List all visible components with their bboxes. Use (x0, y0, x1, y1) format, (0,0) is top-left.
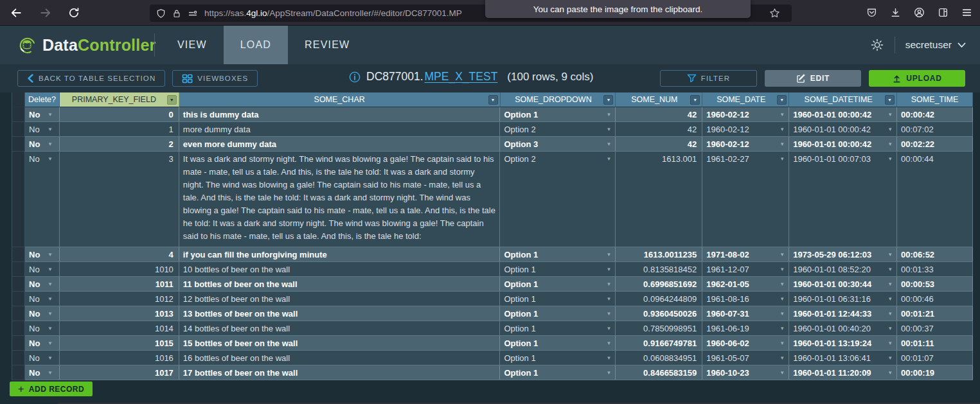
primary-key-cell[interactable]: 1010 (60, 262, 179, 276)
some-date-cell[interactable]: 1960-06-02▼ (702, 336, 789, 350)
dropdown-arrow-icon[interactable]: ▼ (48, 153, 53, 165)
bookmark-star-icon[interactable] (769, 8, 780, 19)
some-num-cell[interactable]: 0.9360450026 (616, 306, 702, 321)
some-time-cell[interactable]: 00:00:19 (897, 365, 973, 380)
dropdown-arrow-icon[interactable]: ▼ (48, 337, 53, 349)
some-dropdown-cell[interactable]: Option 1▼ (500, 247, 616, 261)
info-icon[interactable] (349, 71, 361, 83)
primary-key-cell[interactable]: 1011 (60, 277, 179, 291)
lock-icon[interactable] (172, 8, 181, 19)
dropdown-arrow-icon[interactable]: ▼ (887, 123, 893, 136)
permissions-icon[interactable] (188, 8, 198, 19)
some-char-cell[interactable]: even more dummy data (179, 137, 501, 151)
some-num-cell[interactable]: 0.6996851692 (616, 277, 702, 291)
some-num-cell[interactable]: 42 (616, 107, 702, 121)
delete-cell[interactable]: No▼ (25, 336, 60, 350)
delete-cell[interactable]: No▼ (25, 365, 60, 380)
some-time-cell[interactable]: 00:01:11 (897, 336, 973, 350)
primary-key-cell[interactable]: 1 (60, 122, 179, 136)
tab-view[interactable]: VIEW (161, 26, 224, 64)
dropdown-arrow-icon[interactable]: ▼ (887, 138, 893, 150)
dropdown-arrow-icon[interactable]: ▼ (48, 367, 53, 379)
dropdown-arrow-icon[interactable]: ▼ (887, 109, 893, 121)
column-header-some-datetime[interactable]: SOME_DATETIME▼ (789, 92, 897, 107)
some-dropdown-cell[interactable]: Option 1▼ (500, 351, 616, 365)
column-header-primary-key-field[interactable]: PRIMARY_KEY_FIELD▼ (60, 92, 179, 107)
dropdown-arrow-icon[interactable]: ▼ (780, 153, 785, 165)
some-date-cell[interactable]: 1962-01-05▼ (702, 277, 789, 291)
dropdown-arrow-icon[interactable]: ▼ (780, 138, 785, 150)
some-time-cell[interactable]: 00:00:37 (897, 321, 973, 335)
dropdown-arrow-icon[interactable]: ▼ (48, 278, 53, 290)
primary-key-cell[interactable]: 1013 (60, 306, 179, 321)
some-date-cell[interactable]: 1961-02-27▼ (702, 152, 789, 247)
primary-key-cell[interactable]: 1012 (60, 292, 179, 306)
dropdown-arrow-icon[interactable]: ▼ (48, 263, 53, 276)
some-time-cell[interactable]: 00:07:02 (897, 122, 973, 136)
column-header-some-date[interactable]: SOME_DATE▼ (702, 92, 789, 107)
some-dropdown-cell[interactable]: Option 1▼ (500, 306, 616, 321)
some-dropdown-cell[interactable]: Option 2▼ (500, 122, 616, 136)
delete-cell[interactable]: No▼ (25, 306, 60, 321)
some-datetime-cell[interactable]: 1960-01-01 00:00:42▼ (789, 122, 897, 136)
some-dropdown-cell[interactable]: Option 1▼ (500, 321, 616, 335)
some-datetime-cell[interactable]: 1960-01-01 00:40:20▼ (789, 321, 897, 335)
dropdown-arrow-icon[interactable]: ▼ (780, 278, 785, 290)
account-icon[interactable] (914, 7, 925, 18)
delete-cell[interactable]: No▼ (25, 107, 60, 121)
some-char-cell[interactable]: 11 bottles of beer on the wall (179, 277, 501, 291)
some-time-cell[interactable]: 00:00:44 (897, 152, 973, 247)
some-datetime-cell[interactable]: 1960-01-01 12:44:33▼ (789, 306, 897, 321)
some-num-cell[interactable]: 1613.0011235 (616, 247, 702, 261)
some-char-cell[interactable]: 10 bottles of beer on the wall (179, 262, 501, 276)
some-char-cell[interactable]: 15 bottles of beer on the wall (179, 336, 501, 350)
dropdown-arrow-icon[interactable]: ▼ (780, 293, 785, 305)
some-datetime-cell[interactable]: 1960-01-01 00:00:42▼ (789, 137, 897, 151)
table-name-link[interactable]: MPE_X_TEST (425, 70, 498, 83)
filter-dropdown-icon[interactable]: ▼ (167, 95, 177, 105)
some-time-cell[interactable]: 00:01:33 (897, 262, 973, 276)
some-num-cell[interactable]: 0.7850998951 (616, 321, 702, 335)
some-num-cell[interactable]: 0.9166749781 (616, 336, 702, 350)
dropdown-arrow-icon[interactable]: ▼ (780, 249, 785, 261)
some-char-cell[interactable]: It was a dark and stormy night. The wind… (179, 152, 501, 247)
viewboxes-button[interactable]: VIEWBOXES (172, 70, 258, 87)
tab-load[interactable]: LOAD (224, 26, 288, 64)
some-dropdown-cell[interactable]: Option 2▼ (500, 152, 616, 247)
dropdown-arrow-icon[interactable]: ▼ (887, 249, 893, 261)
dropdown-arrow-icon[interactable]: ▼ (887, 337, 893, 349)
some-time-cell[interactable]: 00:00:46 (897, 292, 973, 306)
some-date-cell[interactable]: 1960-07-31▼ (702, 306, 789, 321)
dropdown-arrow-icon[interactable]: ▼ (606, 308, 611, 320)
primary-key-cell[interactable]: 1017 (60, 365, 179, 380)
some-date-cell[interactable]: 1960-02-12▼ (702, 107, 789, 121)
some-time-cell[interactable]: 00:02:22 (897, 137, 973, 151)
dropdown-arrow-icon[interactable]: ▼ (780, 337, 785, 349)
dropdown-arrow-icon[interactable]: ▼ (887, 263, 893, 276)
primary-key-cell[interactable]: 4 (60, 247, 179, 261)
dropdown-arrow-icon[interactable]: ▼ (606, 293, 611, 305)
upload-button[interactable]: UPLOAD (869, 70, 965, 87)
dropdown-arrow-icon[interactable]: ▼ (780, 123, 785, 136)
dropdown-arrow-icon[interactable]: ▼ (48, 249, 53, 261)
back-icon[interactable] (10, 7, 22, 19)
some-char-cell[interactable]: 17 bottles of beer on the wall (179, 365, 501, 380)
dropdown-arrow-icon[interactable]: ▼ (48, 123, 53, 136)
delete-cell[interactable]: No▼ (25, 152, 60, 247)
add-record-button[interactable]: + ADD RECORD (10, 382, 93, 396)
datacontroller-logo[interactable]: DataController (17, 35, 156, 55)
forward-icon[interactable] (40, 7, 51, 19)
some-datetime-cell[interactable]: 1960-01-01 08:52:20▼ (789, 262, 897, 276)
some-num-cell[interactable]: 0.8466583159 (616, 365, 702, 380)
some-num-cell[interactable]: 42 (616, 137, 702, 151)
filter-dropdown-icon[interactable]: ▼ (777, 95, 787, 105)
some-char-cell[interactable]: 12 bottles of beer on the wall (179, 292, 501, 306)
some-time-cell[interactable]: 00:00:42 (897, 107, 973, 121)
some-datetime-cell[interactable]: 1960-01-01 00:30:44▼ (789, 277, 897, 291)
dropdown-arrow-icon[interactable]: ▼ (887, 322, 893, 335)
some-char-cell[interactable]: if you can fill the unforgiving minute (179, 247, 501, 261)
filter-dropdown-icon[interactable]: ▼ (488, 95, 498, 105)
some-dropdown-cell[interactable]: Option 1▼ (500, 277, 616, 291)
dropdown-arrow-icon[interactable]: ▼ (887, 278, 893, 290)
some-char-cell[interactable]: 13 bottles of beer on the wall (179, 306, 501, 321)
